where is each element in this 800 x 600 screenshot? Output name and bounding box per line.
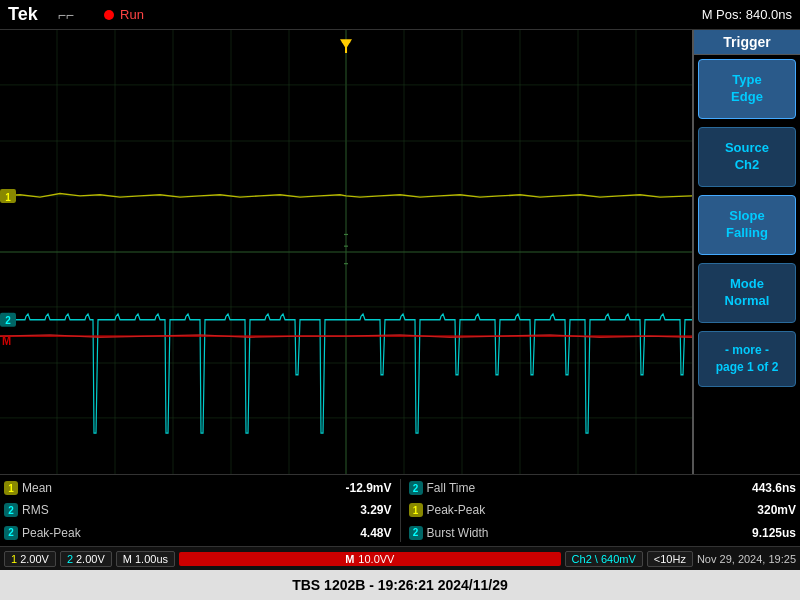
falltime-value: 443.6ns	[736, 481, 796, 495]
m-time-status: M 1.00us	[116, 551, 175, 567]
pp-left-value: 4.48V	[332, 526, 392, 540]
m-pos-label: M Pos: 840.0ns	[702, 7, 792, 22]
rms-label: RMS	[22, 503, 328, 517]
run-label: Run	[120, 7, 144, 22]
ch2-status-value: 2.00V	[76, 553, 105, 565]
ch1-status-label: 1	[11, 553, 17, 565]
ch2-status: 2 2.00V	[60, 551, 112, 567]
m-voltage-indicator: M 10.0VV	[179, 552, 561, 566]
source-ch2-button[interactable]: SourceCh2	[698, 127, 796, 187]
burst-value: 9.125us	[736, 526, 796, 540]
meas-row-falltime: 2 Fall Time 443.6ns	[409, 481, 797, 495]
m-indicator-label: M	[345, 553, 354, 565]
oscilloscope-display: Tek ⌐⌐ Run M Pos: 840.0ns	[0, 0, 800, 600]
trigger-status-value: Ch2 \ 640mV	[572, 553, 636, 565]
meas-row-burst: 2 Burst Width 9.125us	[409, 526, 797, 540]
meas-row-pp-left: 2 Peak-Peak 4.48V	[4, 526, 392, 540]
ch1-status-value: 2.00V	[20, 553, 49, 565]
ch1-badge-mean: 1	[4, 481, 18, 495]
footer: TBS 1202B - 19:26:21 2024/11/29	[0, 570, 800, 600]
rms-value: 3.29V	[332, 503, 392, 517]
tek-logo: Tek	[8, 4, 38, 25]
slope-falling-label: SlopeFalling	[726, 208, 768, 242]
falltime-label: Fall Time	[427, 481, 733, 495]
svg-text:M: M	[2, 334, 11, 349]
svg-text:1: 1	[5, 190, 11, 203]
status-bar: 1 2.00V 2 2.00V M 1.00us M 10.0VV Ch2 \ …	[0, 546, 800, 570]
mode-normal-label: ModeNormal	[725, 276, 770, 310]
measurements-left: 1 Mean -12.9mV 2 RMS 3.29V 2 Peak-Peak 4…	[4, 477, 392, 544]
meas-row-mean: 1 Mean -12.9mV	[4, 481, 392, 495]
pp-right-label: Peak-Peak	[427, 503, 733, 517]
right-panel: Trigger TypeEdge SourceCh2 SlopeFalling …	[692, 30, 800, 474]
ch1-status: 1 2.00V	[4, 551, 56, 567]
type-edge-label: TypeEdge	[731, 72, 763, 106]
meas-divider	[400, 479, 401, 542]
scope-display: T 1 2 M	[0, 30, 692, 474]
ch2-badge-burst: 2	[409, 526, 423, 540]
type-edge-button[interactable]: TypeEdge	[698, 59, 796, 119]
run-indicator: Run	[104, 7, 144, 22]
top-bar: Tek ⌐⌐ Run M Pos: 840.0ns	[0, 0, 800, 30]
trigger-panel-title: Trigger	[694, 30, 800, 55]
pp-right-value: 320mV	[736, 503, 796, 517]
ch2-badge-pp: 2	[4, 526, 18, 540]
trigger-status: Ch2 \ 640mV	[565, 551, 643, 567]
freq-value: <10Hz	[654, 553, 686, 565]
more-page-label: - more -page 1 of 2	[716, 343, 779, 374]
datetime-status: Nov 29, 2024, 19:25	[697, 553, 796, 565]
main-area: T 1 2 M Trigger TypeEdge SourceCh2	[0, 30, 800, 474]
pp-left-label: Peak-Peak	[22, 526, 328, 540]
mode-normal-button[interactable]: ModeNormal	[698, 263, 796, 323]
meas-row-rms: 2 RMS 3.29V	[4, 503, 392, 517]
measurements-right: 2 Fall Time 443.6ns 1 Peak-Peak 320mV 2 …	[409, 477, 797, 544]
trigger-icon: ⌐⌐	[58, 7, 74, 23]
ch2-status-label: 2	[67, 553, 73, 565]
more-page-button[interactable]: - more -page 1 of 2	[698, 331, 796, 387]
footer-text: TBS 1202B - 19:26:21 2024/11/29	[292, 577, 508, 593]
meas-row-pp-right: 1 Peak-Peak 320mV	[409, 503, 797, 517]
freq-status: <10Hz	[647, 551, 693, 567]
slope-falling-button[interactable]: SlopeFalling	[698, 195, 796, 255]
ch2-badge-fall: 2	[409, 481, 423, 495]
mean-value: -12.9mV	[332, 481, 392, 495]
m-indicator-value: 10.0VV	[358, 553, 394, 565]
mean-label: Mean	[22, 481, 328, 495]
waveform-area: T 1 2 M	[0, 30, 692, 474]
source-ch2-label: SourceCh2	[725, 140, 769, 174]
burst-label: Burst Width	[427, 526, 733, 540]
ch2-badge-rms: 2	[4, 503, 18, 517]
measurements-bar: 1 Mean -12.9mV 2 RMS 3.29V 2 Peak-Peak 4…	[0, 474, 800, 546]
ch1-badge-pp-right: 1	[409, 503, 423, 517]
svg-text:2: 2	[5, 314, 11, 327]
m-time-value: M 1.00us	[123, 553, 168, 565]
run-dot	[104, 10, 114, 20]
